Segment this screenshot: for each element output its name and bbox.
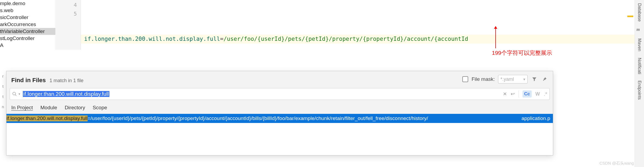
editor-gutter: 4 5 [55, 0, 81, 50]
clear-icon[interactable]: ✕ [503, 91, 507, 97]
result-rest: =/user/foo/{userId}/pets/{petId}/propert… [88, 115, 428, 121]
line-number: 4 [55, 0, 81, 9]
chevron-down-icon[interactable]: ▾ [523, 77, 525, 81]
divider [518, 90, 519, 97]
filemask-label: File mask: [471, 76, 495, 82]
editor-warning-stripe [627, 16, 633, 17]
tab-in-project[interactable]: In Project [11, 105, 33, 111]
left-tool-window-bar[interactable]: r t t n [0, 71, 6, 167]
filemask-input[interactable]: *.yaml ▾ [498, 75, 528, 84]
result-file-name: application.p [518, 115, 550, 121]
svg-point-0 [13, 92, 16, 95]
annotation-arrow-icon [495, 28, 496, 48]
watermark: CSDN @石头wang [599, 161, 634, 166]
property-key: if.longer.than.200.will.not.display.full [84, 36, 220, 42]
tab-directory[interactable]: Directory [65, 105, 85, 111]
search-bar[interactable]: ▾ if.longer.than.200.will.not.display.fu… [10, 88, 550, 100]
toolwindow-stub[interactable]: t [0, 81, 6, 91]
project-tree-fragment[interactable]: mple.demo s.web sicController arkOccurre… [0, 0, 55, 50]
line-number: 5 [55, 9, 81, 18]
toolwindow-stub[interactable]: r [0, 71, 6, 81]
scope-tabs: In Project Module Directory Scope [6, 103, 553, 114]
maven-icon[interactable]: m [636, 27, 642, 33]
filter-icon[interactable] [531, 76, 538, 83]
tree-item[interactable]: A [0, 42, 55, 49]
filemask-checkbox[interactable] [462, 76, 468, 82]
regex-button[interactable]: .* [544, 91, 547, 97]
tab-module[interactable]: Module [40, 105, 57, 111]
right-tool-window-bar[interactable]: Database m Maven Notificati Endpoints [635, 0, 644, 167]
editor-area[interactable]: if.longer.than.200.will.not.display.full… [81, 0, 635, 50]
toolwindow-database[interactable]: Database [636, 0, 643, 25]
toolwindow-endpoints[interactable]: Endpoints [636, 77, 643, 103]
equals-sign: = [220, 36, 224, 42]
tab-scope[interactable]: Scope [93, 105, 107, 111]
editor-line [81, 13, 635, 22]
match-summary: 1 match in 1 file [49, 78, 83, 84]
history-icon[interactable]: ↩ [511, 91, 515, 97]
tree-item[interactable]: s.web [0, 7, 55, 14]
tree-item[interactable]: stLogController [0, 35, 55, 42]
property-value: /user/foo/{userId}/pets/{petId}/property… [223, 36, 468, 42]
toolwindow-notifications[interactable]: Notificati [636, 55, 643, 77]
dialog-title: Find in Files [11, 77, 46, 84]
toolwindow-maven[interactable]: Maven [636, 35, 643, 55]
filemask-value: *.yaml [500, 77, 514, 82]
editor-line-highlighted[interactable]: if.longer.than.200.will.not.display.full… [81, 35, 635, 43]
find-in-files-dialog: Find in Files 1 match in 1 file File mas… [6, 71, 553, 155]
search-input[interactable]: if.longer.than.200.will.not.display.full [22, 91, 503, 97]
results-empty-area [6, 123, 553, 155]
find-header: Find in Files 1 match in 1 file File mas… [6, 71, 553, 86]
match-case-button[interactable]: Cc [523, 90, 532, 97]
search-input-selection: if.longer.than.200.will.not.display.full [23, 91, 109, 97]
tree-item-selected[interactable]: thVariableController [0, 28, 55, 35]
match-words-button[interactable]: W [535, 91, 540, 97]
tree-item[interactable]: mple.demo [0, 0, 55, 7]
tree-item[interactable]: arkOccurrences [0, 21, 55, 28]
pin-icon[interactable] [541, 76, 548, 83]
tree-item[interactable]: sicController [0, 14, 55, 21]
toolwindow-stub[interactable]: n [0, 101, 6, 112]
chevron-down-icon[interactable]: ▾ [19, 92, 20, 96]
toolwindow-stub[interactable]: t [0, 91, 6, 101]
annotation-text: 199个字符可以完整展示 [492, 49, 552, 57]
svg-line-1 [15, 95, 16, 96]
search-result-row[interactable]: if.longer.than.200.will.not.display.full… [6, 114, 553, 123]
search-icon [12, 92, 17, 96]
match-highlight: if.longer.than.200.will.not.display.full [6, 115, 88, 121]
